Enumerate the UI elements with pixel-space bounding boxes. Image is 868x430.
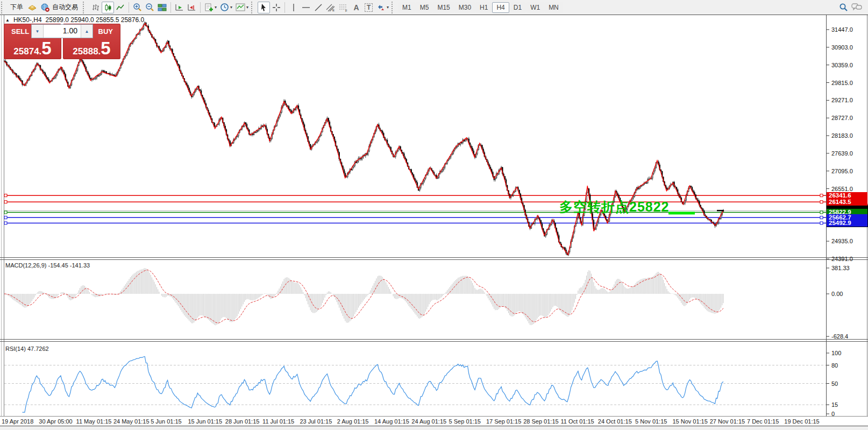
main-toolbar: 下单 自动交易 (0, 0, 868, 15)
zoom-out-button[interactable] (144, 2, 156, 13)
crosshair-icon (272, 3, 281, 12)
volume-increase-button[interactable]: ▲ (81, 25, 93, 38)
horizontal-line-icon (302, 4, 310, 11)
toolbar-grip[interactable] (392, 2, 396, 13)
toolbar-separator (129, 2, 129, 13)
chart-canvas[interactable] (0, 0, 868, 430)
cursor-button[interactable] (258, 2, 270, 13)
timeframe-button-MN[interactable]: MN (544, 2, 563, 13)
new-order-button[interactable]: 下单 (8, 2, 26, 13)
templates-button[interactable]: ▾ (234, 2, 250, 13)
channel-icon: E (326, 3, 336, 12)
auto-trading-button[interactable]: 自动交易 (39, 2, 82, 13)
auto-scroll-button[interactable] (173, 2, 186, 13)
svg-text:F: F (345, 9, 347, 12)
vertical-line-tool[interactable] (287, 2, 300, 13)
trendline-icon (314, 3, 323, 12)
tile-windows-icon (158, 3, 167, 12)
dropdown-caret-icon: ▾ (215, 5, 217, 10)
text-tool-icon: A (353, 3, 359, 12)
zoom-in-button[interactable] (131, 2, 144, 13)
text-tool[interactable]: A (350, 2, 362, 13)
timeframe-group: M1M5M15M30H1H4D1W1MN (398, 2, 563, 13)
search-icon (839, 3, 848, 12)
globe-icon (40, 3, 50, 12)
trading-platform-window: 下单 自动交易 (0, 0, 868, 430)
equidistant-channel-tool[interactable]: E (324, 2, 337, 13)
toolbar-grip[interactable] (251, 2, 255, 13)
chart-shift-button[interactable] (186, 2, 198, 13)
volume-value[interactable]: 1.00 (44, 25, 81, 38)
crosshair-button[interactable] (270, 2, 282, 13)
ohlc-bars-icon (91, 3, 100, 12)
sell-label: SELL (11, 27, 29, 36)
text-label-tool[interactable]: T (362, 2, 375, 13)
timeframe-button-M1[interactable]: M1 (398, 2, 416, 13)
volume-spinner: ▼ 1.00 ▲ (31, 24, 93, 38)
bar-chart-button[interactable] (89, 2, 102, 13)
tile-windows-button[interactable] (156, 2, 168, 13)
dropdown-caret-icon: ▾ (230, 5, 232, 10)
candlestick-chart-button[interactable] (102, 2, 114, 13)
date-axis-bar[interactable] (0, 417, 868, 426)
timeframe-button-W1[interactable]: W1 (526, 2, 544, 13)
template-icon (236, 3, 245, 11)
buy-label: BUY (98, 27, 113, 36)
chart-shift-icon (187, 3, 196, 12)
chat-button[interactable] (850, 1, 864, 13)
sell-price-big: 5 (41, 40, 51, 57)
auto-scroll-icon (175, 3, 184, 12)
dropdown-caret-icon: ▾ (246, 5, 248, 10)
window-bottom-frame (0, 426, 868, 430)
arrows-tool[interactable]: ▾ (375, 2, 390, 13)
line-chart-icon (116, 3, 125, 12)
zoom-in-icon (133, 3, 142, 12)
timeframe-button-H1[interactable]: H1 (475, 2, 492, 13)
buy-price-big: 5 (101, 40, 110, 57)
clock-icon (220, 3, 229, 12)
candlestick-icon (104, 3, 112, 12)
gold-wedge-icon (27, 3, 37, 12)
toolbar-separator (200, 2, 201, 13)
volume-decrease-button[interactable]: ▼ (32, 25, 44, 38)
chat-bubbles-icon (851, 3, 862, 11)
toolbar-separator (284, 2, 285, 13)
indicators-icon (204, 3, 214, 12)
buy-price: 25888.5 (63, 40, 120, 57)
trendline-tool[interactable] (312, 2, 324, 13)
sell-price: 25874.5 (4, 40, 61, 57)
search-button[interactable] (837, 1, 850, 13)
periods-button[interactable]: ▾ (218, 2, 234, 13)
horizontal-line-tool[interactable] (300, 2, 312, 13)
indicators-button[interactable]: ▾ (203, 2, 218, 13)
timeframe-button-M15[interactable]: M15 (433, 2, 454, 13)
arrow-shapes-icon (376, 3, 386, 12)
timeframe-button-H4[interactable]: H4 (492, 2, 509, 13)
timeframe-button-M5[interactable]: M5 (416, 2, 433, 13)
timeframe-button-D1[interactable]: D1 (509, 2, 526, 13)
zoom-out-icon (145, 3, 154, 12)
fibonacci-icon: F (339, 3, 348, 12)
svg-text:E: E (332, 9, 335, 12)
order-book-icon[interactable] (26, 2, 39, 13)
fibonacci-tool[interactable]: F (337, 2, 350, 13)
buy-price-main: 25888 (73, 46, 98, 57)
vertical-line-icon (290, 3, 297, 12)
toolbar-grip[interactable] (83, 2, 87, 13)
auto-trading-label: 自动交易 (50, 3, 80, 12)
label-tool-icon: T (365, 3, 373, 12)
toolbar-grip[interactable] (1, 2, 5, 13)
sell-price-main: 25874 (13, 46, 39, 57)
toolbar-separator (170, 2, 171, 13)
dropdown-caret-icon: ▾ (387, 5, 389, 10)
line-chart-button[interactable] (114, 2, 126, 13)
timeframe-button-M30[interactable]: M30 (454, 2, 475, 13)
cursor-icon (260, 3, 268, 12)
one-click-trading-panel: SELL 25874.5 BUY 25888.5 ▼ 1.00 ▲ (4, 24, 120, 59)
